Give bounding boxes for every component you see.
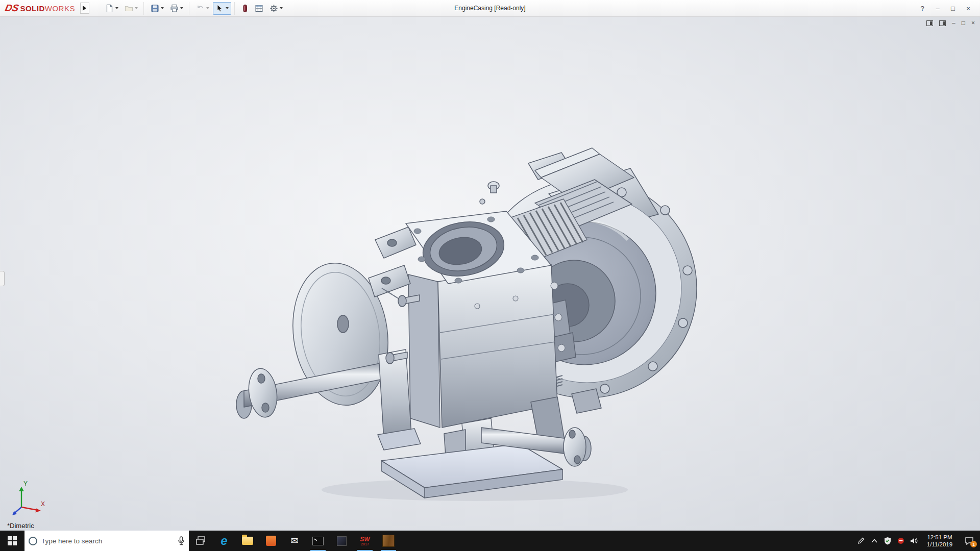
folder-icon [242,537,253,545]
taskbar-app-orange[interactable] [259,531,283,551]
edge-icon: e [220,535,227,547]
restore-button[interactable]: □ [945,0,961,17]
doc-close-button[interactable]: × [971,20,975,26]
tray-status-red-icon[interactable] [894,531,908,551]
dropdown-caret-icon[interactable] [115,7,118,9]
dropdown-caret-icon[interactable] [135,7,138,9]
logo-text-bold: SOLID [20,4,44,13]
gear-icon [270,4,278,13]
triad-x-label: X [41,500,45,508]
select-arrow-icon [215,4,224,13]
mail-icon: ✉ [290,536,298,545]
print-button[interactable] [167,2,186,15]
pane-new-window-icon[interactable] [939,20,946,26]
appearance-button[interactable] [239,2,251,15]
taskbar-search[interactable] [24,531,189,551]
taskbar-app-cube[interactable] [330,531,353,551]
graphics-viewport[interactable]: – □ × [0,17,980,531]
cortana-icon [29,537,37,545]
dropdown-caret-icon[interactable] [161,7,164,9]
tray-speaker-icon[interactable] [908,531,921,551]
open-document-button[interactable] [122,2,140,15]
clock-time: 12:51 PM [922,534,958,541]
design-table-button[interactable] [252,2,266,15]
play-arrow-icon [83,6,86,11]
taskbar-app-command-prompt[interactable] [306,531,330,551]
sw-icon-text: SW [360,536,370,542]
undo-button[interactable] [193,2,212,15]
sw-icon-year: 2017 [361,542,369,546]
triad-y-label: Y [23,480,28,487]
model-geometry[interactable] [236,148,697,501]
new-document-icon [105,4,114,13]
system-tray: 12:51 PM 1/11/2019 1 [854,531,980,551]
view-orientation-label: *Dimetric [7,522,34,530]
start-button[interactable] [0,531,24,551]
dropdown-caret-icon[interactable] [226,7,229,9]
open-folder-icon [125,4,133,13]
solidworks-app-icon: SW 2017 [360,536,370,546]
pane-split-icon[interactable] [926,20,933,26]
document-window-controls: – □ × [926,20,975,26]
new-document-button[interactable] [103,2,121,15]
notification-count-badge: 1 [970,541,977,547]
solidworks-logo: DS SOLIDWORKS [5,3,75,14]
doc-minimize-button[interactable]: – [952,20,955,26]
document-title: EngineCasing [Read-only] [454,5,525,12]
print-icon [170,4,179,13]
cube-app-icon [337,536,347,546]
save-icon [151,4,159,13]
title-bar: DS SOLIDWORKS [0,0,980,17]
quick-access-toolbar [103,2,290,15]
clock-date: 1/11/2019 [922,541,958,548]
close-button[interactable]: × [961,0,976,17]
tray-chevron-up-icon[interactable] [868,531,881,551]
windows-logo-icon [8,536,17,545]
taskbar-app-edge[interactable]: e [212,531,236,551]
toolbar-expand-button[interactable] [80,3,89,14]
table-grid-icon [255,4,263,13]
orange-app-icon [266,536,276,546]
action-center-button[interactable]: 1 [959,531,980,551]
tray-shield-icon[interactable] [881,531,894,551]
microphone-icon[interactable] [178,536,185,545]
taskbar-app-mail[interactable]: ✉ [283,531,306,551]
dropdown-caret-icon[interactable] [180,7,183,9]
doc-restore-button[interactable]: □ [962,20,965,26]
dropdown-caret-icon[interactable] [206,7,209,9]
undo-icon [196,4,205,13]
search-input[interactable] [41,537,174,545]
solidworks-window: DS SOLIDWORKS [0,0,980,551]
dropdown-caret-icon[interactable] [280,7,283,9]
logo-ds-icon: DS [4,3,20,14]
logo-text-light: WORKS [45,4,75,13]
save-button[interactable] [148,2,166,15]
select-tool-button[interactable] [213,2,231,15]
appearance-capsule-icon [241,4,249,13]
taskbar-app-solidworks[interactable]: SW 2017 [353,531,377,551]
wood-app-icon [382,535,395,547]
engine-casing-model[interactable] [0,17,980,531]
help-button[interactable]: ? [915,0,930,17]
window-controls: ? – □ × [915,0,976,17]
taskbar-clock[interactable]: 12:51 PM 1/11/2019 [921,534,959,548]
minimize-button[interactable]: – [930,0,945,17]
options-button[interactable] [267,2,285,15]
windows-taskbar: e ✉ SW 2017 [0,531,980,551]
reference-triad: Y X [8,480,48,519]
taskbar-app-file-explorer[interactable] [236,531,259,551]
taskbar-app-wood[interactable] [377,531,400,551]
task-view-icon [195,536,206,546]
command-prompt-icon [312,537,324,545]
tray-pen-icon[interactable] [854,531,868,551]
task-view-button[interactable] [189,531,212,551]
